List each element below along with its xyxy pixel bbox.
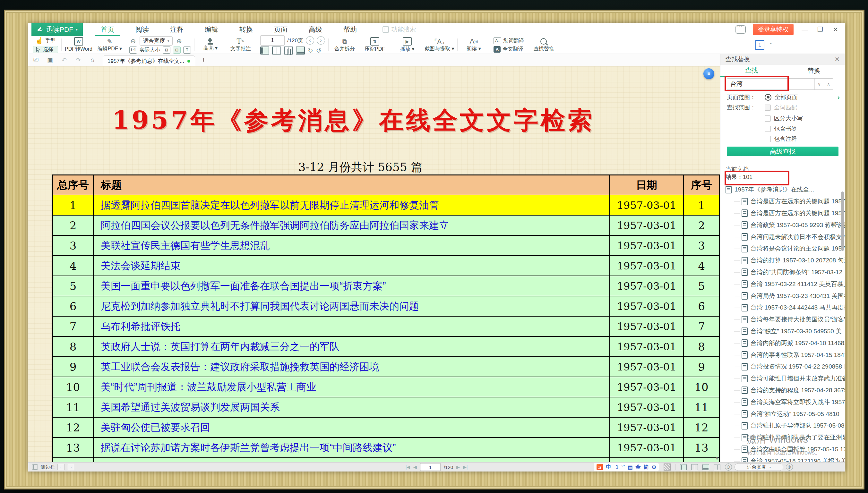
search-result-item[interactable]: 台湾“独立” 1957-03-30 549550 美: [720, 326, 845, 338]
prev-page-button[interactable]: ‹: [306, 36, 314, 45]
select-tool-button[interactable]: 选择: [33, 46, 58, 53]
panel-close-icon[interactable]: ✕: [834, 56, 840, 63]
print-icon[interactable]: ⎚: [32, 57, 40, 64]
continuous-layout-icon[interactable]: [296, 46, 305, 55]
menu-tab-0[interactable]: 首页: [100, 23, 115, 36]
two-page-layout-icon[interactable]: [272, 46, 281, 55]
sidebar-toggle-icon[interactable]: [32, 465, 38, 470]
fit-width-icon[interactable]: ⊡: [163, 46, 170, 53]
search-input[interactable]: [727, 81, 814, 88]
text-annotation-button[interactable]: T✎ 文字批注: [228, 38, 254, 52]
fullwidth-icon[interactable]: 全: [636, 464, 641, 471]
menu-tab-2[interactable]: 注释: [169, 23, 185, 36]
compress-pdf-button[interactable]: ⇅ 压缩PDF: [362, 37, 388, 52]
rotate-cw-icon[interactable]: ↻: [308, 47, 313, 55]
search-result-item[interactable]: 台湾将是会议讨论的主要问题 1957-0: [720, 243, 845, 255]
save-icon[interactable]: ▣: [46, 57, 54, 64]
search-result-item[interactable]: 台湾问题未解决前日本不会积极支持我: [720, 231, 845, 243]
login-button[interactable]: 登录享特权: [753, 24, 793, 35]
search-result-item[interactable]: 台湾 1957-03-22 411412 美英百慕大: [720, 278, 845, 290]
read-aloud-button[interactable]: A))) 朗读 ▾: [461, 38, 486, 52]
four-page-layout-icon[interactable]: [284, 46, 293, 55]
search-result-item[interactable]: 台湾的打算 1957-03-10 207208 匈牙: [720, 255, 845, 266]
advanced-search-button[interactable]: 高级查找: [727, 147, 839, 156]
all-pages-radio[interactable]: [765, 94, 771, 101]
redo-icon[interactable]: ↷: [75, 57, 82, 64]
text-select-icon[interactable]: T: [183, 46, 191, 53]
collapse-toolbar-icon[interactable]: ⌃: [769, 42, 773, 48]
menu-tab-5[interactable]: 页面: [273, 23, 289, 36]
sogou-logo-icon[interactable]: S: [596, 464, 603, 470]
search-result-item[interactable]: 台湾驻扎导弹部队是为了要在亚洲显示: [720, 432, 845, 444]
highlight-button[interactable]: 高亮 ▾: [198, 38, 223, 52]
status-single-page-icon[interactable]: [680, 464, 687, 470]
scroll-down-icon[interactable]: ∨: [715, 455, 719, 461]
restore-button[interactable]: ❐: [816, 26, 824, 34]
previous-page-icon[interactable]: ◀: [413, 465, 417, 470]
next-page-button[interactable]: ›: [317, 36, 325, 45]
search-result-item[interactable]: 台湾美海空军将立即投入战斗 1957-0: [720, 396, 845, 408]
next-page-icon[interactable]: ▶: [456, 465, 460, 470]
minimize-button[interactable]: —: [801, 26, 809, 34]
panel-scrollbar-thumb[interactable]: [841, 192, 844, 251]
status-zoom-in-icon[interactable]: ⊕: [786, 464, 793, 471]
search-result-item[interactable]: 台湾每年要接待大批美国议员“游客”: [720, 314, 845, 326]
chevron-right-icon[interactable]: ›: [838, 93, 840, 101]
status-two-page-icon[interactable]: [691, 464, 698, 470]
function-search[interactable]: 功能搜索: [382, 25, 416, 34]
undo-icon[interactable]: ↶: [60, 57, 68, 64]
simplified-icon[interactable]: 简: [644, 464, 649, 471]
word-translate-button[interactable]: A₊ 划词翻译: [491, 37, 526, 45]
status-page-input[interactable]: [420, 463, 441, 471]
edit-pdf-button[interactable]: ✎ 编辑PDF ▾: [97, 38, 123, 52]
document-tab[interactable]: 1957年《参考消息》在线全文...: [103, 56, 195, 66]
checkbox[interactable]: [765, 105, 771, 111]
zoom-out-button[interactable]: ⊖: [129, 37, 137, 45]
search-result-item[interactable]: 台湾可能性日增但并未放弃武力准备 1: [720, 373, 845, 385]
menu-tab-1[interactable]: 阅读: [134, 23, 150, 36]
tab-replace[interactable]: 替换: [783, 65, 845, 77]
play-button[interactable]: ▶ 播放 ▾: [394, 37, 420, 52]
search-result-item[interactable]: 台湾“独立运动” 1957-05-05 4810: [720, 408, 845, 420]
status-zoom-select[interactable]: 适合宽度▾: [735, 463, 783, 471]
punctuation-icon[interactable]: °’: [621, 464, 625, 470]
new-tab-button[interactable]: +: [202, 56, 206, 64]
status-continuous-icon[interactable]: [702, 464, 709, 470]
search-result-item[interactable]: 台湾 1957-05-18 2171196 美报为美: [720, 455, 845, 462]
chinese-mode-icon[interactable]: 中: [606, 464, 611, 471]
history-back-icon[interactable]: ←: [58, 464, 64, 470]
toolbar-page-input[interactable]: [260, 35, 284, 46]
search-result-item[interactable]: 台湾的“共同防御条约” 1957-03-12: [720, 266, 845, 278]
menu-tab-6[interactable]: 高级: [308, 23, 323, 36]
hand-tool-button[interactable]: ☝ 手型: [33, 37, 58, 45]
tree-root-item[interactable]: 1957年《参考消息》在线全...: [720, 184, 845, 196]
menu-tab-7[interactable]: 帮助: [342, 23, 358, 36]
status-zoom-out-icon[interactable]: ⊖: [725, 464, 732, 471]
search-result-item[interactable]: 台湾的支持的程度 1957-04-28 3679: [720, 385, 845, 396]
search-result-item[interactable]: 台湾 1957-03-24 442443 马共再度提: [720, 302, 845, 314]
menu-tab-3[interactable]: 编辑: [204, 23, 219, 36]
search-result-item[interactable]: 台湾驻扎原子导弹部队 1957-05-08 8: [720, 420, 845, 432]
actual-size-icon[interactable]: 1:1: [129, 46, 137, 53]
status-facing-icon[interactable]: [714, 464, 720, 470]
pdf-to-word-button[interactable]: W PDF转Word: [65, 37, 92, 52]
merge-split-button[interactable]: ⧉ 合并拆分: [332, 38, 358, 52]
close-button[interactable]: ✕: [831, 26, 840, 34]
home-icon[interactable]: ⌂: [89, 57, 96, 64]
sidebar-label[interactable]: 侧边栏: [40, 464, 55, 470]
rotate-ccw-icon[interactable]: ↺: [316, 47, 321, 55]
app-logo-button[interactable]: 迅读PDF ▾: [31, 23, 83, 36]
screenshot-extract-button[interactable]: ⌜A⌟ 截图与提取 ▾: [425, 38, 454, 52]
fulltext-translate-button[interactable]: A 全文翻译: [491, 46, 526, 53]
zoom-level-select[interactable]: 适合宽度▾: [140, 36, 173, 46]
feedback-chat-icon[interactable]: [736, 25, 746, 34]
tab-find[interactable]: 查找: [720, 65, 783, 77]
search-result-item[interactable]: 台湾局势 1957-03-23 430431 美国在: [720, 290, 845, 302]
pattern-tool-icon[interactable]: [663, 464, 671, 471]
fit-page-icon[interactable]: ⊡: [173, 46, 181, 53]
find-replace-button[interactable]: 查找替换: [531, 38, 556, 52]
checkbox[interactable]: [765, 115, 771, 122]
single-page-layout-icon[interactable]: [260, 46, 269, 55]
floating-assistant-ball[interactable]: ≡: [703, 68, 714, 79]
search-result-item[interactable]: 台湾是西方在远东的关键问题 1957-0: [720, 208, 845, 219]
